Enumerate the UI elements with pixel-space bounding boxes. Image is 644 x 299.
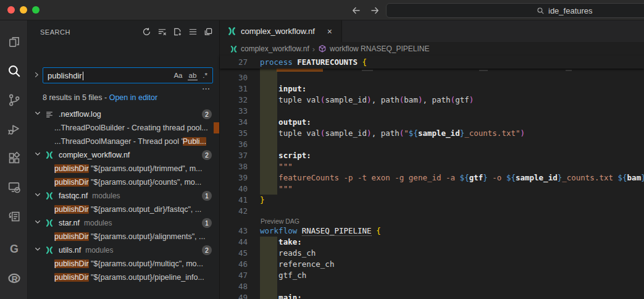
code-line[interactable]: 42 bbox=[220, 206, 644, 217]
file-name: complex_workflow.nf bbox=[59, 148, 130, 162]
code-line[interactable]: 34 output: bbox=[220, 117, 644, 128]
titlebar: ide_features bbox=[0, 0, 644, 20]
close-window-button[interactable] bbox=[7, 6, 15, 14]
run-debug-icon[interactable] bbox=[0, 117, 28, 141]
regex-toggle[interactable]: .* bbox=[201, 71, 209, 80]
search-input[interactable]: publishdir Aa ab .* bbox=[43, 67, 213, 83]
chevron-down-icon[interactable] bbox=[34, 245, 41, 253]
code-line[interactable]: 30 bbox=[220, 72, 644, 83]
search-view-icon[interactable] bbox=[0, 59, 28, 83]
explorer-icon[interactable] bbox=[0, 30, 28, 54]
code-line[interactable]: 43workflow RNASEQ_PIPELINE { bbox=[220, 225, 644, 237]
tab-complex-workflow[interactable]: complex_workflow.nf × bbox=[220, 20, 342, 42]
line-number: 36 bbox=[220, 139, 248, 150]
match-highlight: publishDir bbox=[54, 273, 89, 282]
line-number: 40 bbox=[220, 183, 248, 195]
toggle-replace-chevron[interactable] bbox=[33, 71, 40, 78]
expand-all-icon[interactable] bbox=[188, 27, 198, 36]
chevron-down-icon[interactable] bbox=[34, 218, 41, 225]
line-number: 47 bbox=[220, 270, 248, 281]
code-line[interactable]: 46 reference_ch bbox=[220, 259, 644, 270]
search-result-file-row[interactable]: star.nfmodules1 bbox=[28, 216, 219, 230]
search-result-file-row[interactable]: complex_workflow.nf2 bbox=[28, 148, 219, 162]
codelens-preview-dag[interactable]: Preview DAG bbox=[220, 217, 644, 225]
zoom-window-button[interactable] bbox=[32, 6, 40, 14]
nextflow-file-icon bbox=[230, 45, 238, 53]
command-center-search[interactable]: ide_features bbox=[386, 3, 644, 18]
code-line[interactable]: 36 bbox=[220, 139, 644, 150]
code-line[interactable]: 31 input: bbox=[220, 83, 644, 95]
code-line[interactable]: 33 bbox=[220, 106, 644, 117]
search-match-row[interactable]: ...ThreadPoolBuilder - Creating thread p… bbox=[28, 121, 219, 135]
code-line[interactable]: 45 reads_ch bbox=[220, 248, 644, 259]
search-result-file-row[interactable]: fastqc.nfmodules1 bbox=[28, 189, 219, 203]
match-count-badge: 1 bbox=[202, 191, 212, 201]
search-match-row[interactable]: publishDir "${params.output}/alignments"… bbox=[28, 230, 219, 243]
tab-close-icon[interactable]: × bbox=[324, 27, 335, 36]
search-result-file-row[interactable]: .nextflow.log2 bbox=[28, 107, 219, 121]
symbol-cube-icon bbox=[318, 44, 327, 53]
search-query-text: publishdir bbox=[48, 71, 82, 80]
results-count-text: 8 results in 5 files - bbox=[43, 93, 109, 102]
search-match-row[interactable]: publishDir "${params.output}/counts", mo… bbox=[28, 175, 219, 189]
search-match-row[interactable]: publishDir "${params.output}/multiqc", m… bbox=[28, 257, 219, 271]
line-number: 37 bbox=[220, 150, 248, 161]
search-match-row[interactable]: publishDir "${params.output_dir}/fastqc"… bbox=[28, 203, 219, 216]
breadcrumb-file[interactable]: complex_workflow.nf bbox=[241, 44, 309, 53]
arrow-left-icon bbox=[351, 6, 361, 15]
code-line[interactable]: 35 tuple val(sample_id), path("${sample_… bbox=[220, 128, 644, 139]
line-number: 30 bbox=[220, 72, 248, 83]
nextflow-file-icon bbox=[45, 192, 54, 200]
new-search-editor-icon[interactable] bbox=[172, 27, 182, 36]
code-line[interactable]: 41} bbox=[220, 195, 644, 206]
r-language-icon[interactable]: R bbox=[0, 266, 28, 291]
line-number: 49 bbox=[220, 292, 248, 299]
remote-explorer-icon[interactable] bbox=[0, 175, 28, 200]
clipped-match-highlight bbox=[214, 122, 219, 133]
code-line[interactable]: 37 script: bbox=[220, 150, 644, 161]
match-highlight: publishDir bbox=[54, 232, 89, 241]
refresh-icon[interactable] bbox=[141, 27, 151, 36]
search-match-row[interactable]: publishDir "${params.output}/trimmed", m… bbox=[28, 162, 219, 175]
code-line[interactable]: 47 gtf_ch bbox=[220, 270, 644, 281]
match-case-toggle[interactable]: Aa bbox=[172, 71, 183, 80]
toggle-search-details[interactable]: ⋯ bbox=[202, 84, 211, 93]
file-name: star.nfmodules bbox=[59, 216, 112, 230]
code-line[interactable]: 39 featureCounts -p -t exon -g gene_id -… bbox=[220, 172, 644, 183]
code-line[interactable]: 49 main: bbox=[220, 292, 644, 299]
source-control-icon[interactable] bbox=[0, 88, 28, 112]
search-result-file-row[interactable]: utils.nfmodules2 bbox=[28, 243, 219, 257]
extensions-icon[interactable] bbox=[0, 146, 28, 171]
clipped-bottom-icon[interactable] bbox=[0, 293, 28, 299]
minimize-window-button[interactable] bbox=[20, 6, 27, 14]
navigate-forward-button[interactable] bbox=[368, 4, 382, 17]
nextflow-file-icon bbox=[45, 219, 54, 227]
whole-word-toggle[interactable]: ab bbox=[188, 71, 198, 80]
g-extension-icon[interactable]: G bbox=[0, 237, 28, 261]
chevron-down-icon[interactable] bbox=[34, 191, 41, 198]
clear-search-results-icon[interactable] bbox=[157, 27, 167, 36]
line-number: 35 bbox=[220, 128, 248, 139]
code-line[interactable]: 32 tuple val(sample_id), path(bam), path… bbox=[220, 95, 644, 106]
search-match-row[interactable]: ...ThreadPoolManager - Thread pool 'Publ… bbox=[28, 135, 219, 148]
navigate-back-button[interactable] bbox=[349, 4, 363, 17]
search-results-tree: .nextflow.log2...ThreadPoolBuilder - Cre… bbox=[28, 107, 219, 284]
line-number: 34 bbox=[220, 117, 248, 128]
sticky-scroll-line[interactable]: 27process FEATURECOUNTS { bbox=[220, 56, 644, 69]
code-line[interactable]: 44 take: bbox=[220, 237, 644, 248]
code-line[interactable]: 48 bbox=[220, 281, 644, 292]
search-match-row[interactable]: publishDir "${params.output}/pipeline_in… bbox=[28, 271, 219, 284]
breadcrumb-symbol[interactable]: workflow RNASEQ_PIPELINE bbox=[330, 44, 429, 53]
chevron-down-icon[interactable] bbox=[34, 150, 41, 158]
code-line[interactable]: 38 """ bbox=[220, 161, 644, 172]
match-highlight: publishDir bbox=[54, 164, 89, 173]
file-name: fastqc.nfmodules bbox=[59, 189, 120, 203]
indent-scope-highlight bbox=[260, 281, 277, 292]
svg-text:G: G bbox=[10, 243, 19, 255]
snippets-icon[interactable] bbox=[0, 204, 28, 229]
code-line[interactable]: 40 """ bbox=[220, 183, 644, 195]
collapse-all-icon[interactable] bbox=[203, 27, 213, 36]
command-center-text: ide_features bbox=[548, 6, 593, 15]
open-in-editor-link[interactable]: Open in editor bbox=[109, 93, 158, 102]
chevron-down-icon[interactable] bbox=[34, 109, 41, 117]
